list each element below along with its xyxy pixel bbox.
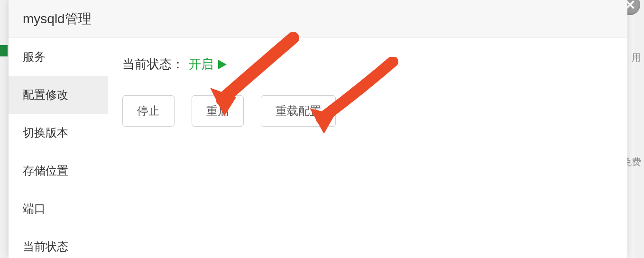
sidebar-item-storage[interactable]: 存储位置: [9, 152, 108, 190]
background-left-edge: [0, 0, 9, 258]
sidebar-item-current-status[interactable]: 当前状态: [9, 228, 108, 258]
sidebar-item-service[interactable]: 服务: [9, 38, 108, 76]
sidebar-item-label: 端口: [23, 201, 46, 216]
restart-button[interactable]: 重启: [192, 95, 244, 127]
content-pane: 当前状态： 开启 停止 重启 重载配置: [108, 38, 627, 258]
sidebar-item-label: 服务: [23, 49, 46, 64]
sidebar-item-label: 当前状态: [23, 239, 68, 254]
sidebar-item-label: 切换版本: [23, 125, 68, 140]
svg-marker-0: [218, 60, 227, 69]
status-row: 当前状态： 开启: [122, 56, 613, 73]
sidebar-item-label: 配置修改: [23, 87, 68, 102]
modal-title: mysqld管理: [23, 10, 92, 28]
play-icon: [218, 60, 227, 69]
background-right-edge: [635, 0, 644, 258]
stop-button[interactable]: 停止: [122, 95, 175, 127]
status-value: 开启: [189, 56, 213, 73]
reload-config-button[interactable]: 重载配置: [261, 95, 336, 127]
sidebar-item-switch-version[interactable]: 切换版本: [9, 114, 108, 152]
buttons-row: 停止 重启 重载配置: [122, 95, 613, 127]
sidebar-item-port[interactable]: 端口: [9, 190, 108, 228]
status-label: 当前状态：: [122, 56, 184, 73]
modal-body: 服务 配置修改 切换版本 存储位置 端口 当前状态 当前状态： 开启: [9, 38, 627, 258]
sidebar: 服务 配置修改 切换版本 存储位置 端口 当前状态: [9, 38, 108, 258]
modal-header: mysqld管理: [9, 0, 627, 38]
sidebar-item-config[interactable]: 配置修改: [9, 76, 108, 114]
modal: mysqld管理 服务 配置修改 切换版本 存储位置 端口 当前状态: [9, 0, 627, 258]
background-text: 用: [632, 51, 641, 64]
background-green-pill: [0, 45, 8, 56]
sidebar-item-label: 存储位置: [23, 163, 68, 178]
